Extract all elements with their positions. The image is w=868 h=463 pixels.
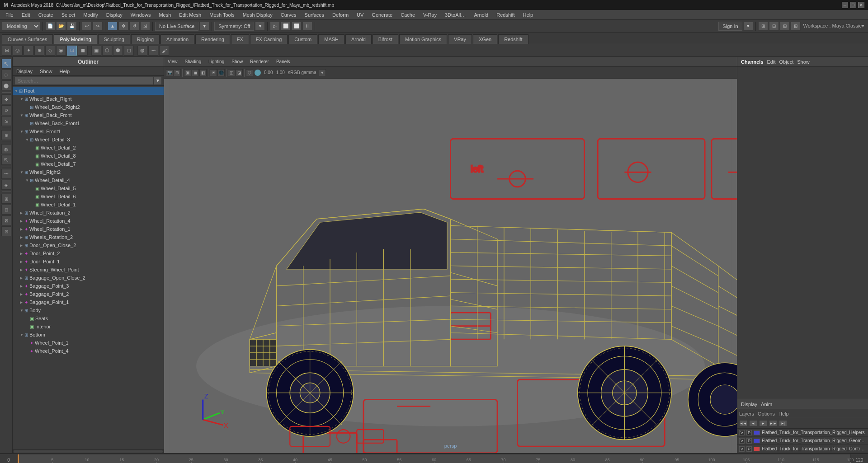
tree-item-wheel-detail-7[interactable]: ▣Wheel_Detail_7 <box>13 160 164 168</box>
tree-item-wheel-rotation-2[interactable]: ▶⊞Wheel_Rotation_2 <box>13 209 164 217</box>
layer-row-geometry[interactable]: V P Flatbed_Truck_for_Transportation_Rig… <box>737 437 868 445</box>
tree-item-wheel-detail-6[interactable]: ▣Wheel_Detail_6 <box>13 192 164 201</box>
search-options-btn[interactable]: ▼ <box>154 77 162 85</box>
menu-3dtoall[interactable]: 3DtoAll… <box>441 11 469 19</box>
menu-display[interactable]: Display <box>103 11 126 19</box>
edge-mode-btn[interactable]: ⬢ <box>113 46 123 56</box>
modeling-dropdown[interactable]: Modeling Rigging Animation Rendering <box>2 22 40 31</box>
vp-grid-btn[interactable]: ⊞ <box>174 69 181 76</box>
object-tab[interactable]: Object <box>779 59 793 65</box>
curve-tool[interactable]: 〜 <box>1 169 11 179</box>
vp-wireframe-btn[interactable]: ▣ <box>184 69 191 76</box>
layer-row-controllers[interactable]: V P Flatbed_Truck_for_Transportation_Rig… <box>737 445 868 453</box>
menu-cache[interactable]: Cache <box>397 11 419 19</box>
tree-item-wheel-front1[interactable]: ▼⊞Wheel_Front1 <box>13 127 164 136</box>
tab-mash[interactable]: MASH <box>318 34 344 44</box>
symmetry-label[interactable]: Symmetry: Off <box>214 22 254 31</box>
menu-surfaces[interactable]: Surfaces <box>301 11 328 19</box>
sculpt-tool[interactable]: ⛏ <box>1 155 11 165</box>
tree-item-baggage-point-3[interactable]: ▶✦Baggage_Point_3 <box>13 282 164 290</box>
workspace-btn3[interactable]: ⊞ <box>780 22 790 31</box>
layer-options-menu[interactable]: Options <box>758 411 775 416</box>
no-live-surface-label[interactable]: No Live Surface <box>155 22 198 31</box>
tab-xgen[interactable]: XGen <box>473 34 497 44</box>
move-tool-left[interactable]: ✥ <box>1 94 11 104</box>
vp-shadow-btn[interactable]: 🌑 <box>217 69 225 76</box>
menu-mesh-display[interactable]: Mesh Display <box>239 11 276 19</box>
tree-item-bottom[interactable]: ▼⊞Bottom <box>13 331 164 339</box>
tree-item-body[interactable]: ▼⊞Body <box>13 306 164 314</box>
menu-redshift[interactable]: Redshift <box>493 11 518 19</box>
layer-v-btn-1[interactable]: V <box>739 430 745 435</box>
layer-ctrl-2[interactable]: ◄ <box>749 420 757 426</box>
wireframe-all-btn[interactable]: ⊡ <box>67 46 77 56</box>
layer-ctrl-5[interactable]: ►| <box>779 420 787 426</box>
pause-btn[interactable]: ⏸ <box>302 22 312 31</box>
vp-color-btn[interactable] <box>255 70 261 76</box>
snap-point-btn[interactable]: ✦ <box>24 46 33 56</box>
make-live-btn[interactable]: ◉ <box>56 46 66 56</box>
tab-rendering[interactable]: Rendering <box>195 34 230 44</box>
shading-btn[interactable]: ◼ <box>78 46 88 56</box>
layers-menu[interactable]: Layers <box>739 411 754 416</box>
menu-generate[interactable]: Generate <box>368 11 396 19</box>
vp-xray-btn[interactable]: ◫ <box>228 69 235 76</box>
vp-lighting-menu[interactable]: Lighting <box>207 58 226 65</box>
symmetry-dropdown[interactable]: ▼ <box>255 22 265 31</box>
maximize-button[interactable]: □ <box>850 2 856 8</box>
tree-item-wheel-point-4[interactable]: ✦Wheel_Point_4 <box>13 347 164 355</box>
outliner-hscrollbar[interactable] <box>13 449 164 453</box>
component-mode-btn[interactable]: ▣ <box>91 46 101 56</box>
menu-mesh-tools[interactable]: Mesh Tools <box>206 11 238 19</box>
menu-arnold[interactable]: Arnold <box>470 11 492 19</box>
vp-renderer-menu[interactable]: Renderer <box>248 58 271 65</box>
show-tab[interactable]: Show <box>797 59 810 65</box>
soft-mod-tool[interactable]: ◍ <box>1 144 11 154</box>
menu-mesh[interactable]: Mesh <box>155 11 175 19</box>
tab-arnold[interactable]: Arnold <box>345 34 372 44</box>
layer-ctrl-1[interactable]: ◄◄ <box>739 420 747 426</box>
anim-tab[interactable]: Anim <box>761 402 772 407</box>
display-mode3[interactable]: ⊠ <box>1 215 11 225</box>
tree-item-door-point-2[interactable]: ▶✦Door_Point_2 <box>13 249 164 257</box>
tree-item-wheel-back-right[interactable]: ▼⊞Wheel_Back_Right <box>13 95 164 103</box>
vp-show-menu[interactable]: Show <box>230 58 245 65</box>
tree-item-baggage-point-2[interactable]: ▶✦Baggage_Point_2 <box>13 290 164 298</box>
menu-file[interactable]: File <box>2 11 17 19</box>
layer-ctrl-3[interactable]: ► <box>759 420 767 426</box>
vp-isolate-btn[interactable]: ⬡ <box>246 69 253 76</box>
menu-create[interactable]: Create <box>35 11 57 19</box>
layer-p-btn-3[interactable]: P <box>746 446 752 452</box>
tab-custom[interactable]: Custom <box>288 34 317 44</box>
layer-v-btn-2[interactable]: V <box>739 438 745 444</box>
tree-item-wheel-detail-8[interactable]: ▣Wheel_Detail_8 <box>13 152 164 160</box>
tree-item-wheel-point-1[interactable]: ✦Wheel_Point_1 <box>13 339 164 347</box>
menu-select[interactable]: Select <box>58 11 79 19</box>
softsel-btn[interactable]: ◍ <box>137 46 147 56</box>
vp-smooth-btn[interactable]: ◼ <box>192 69 199 76</box>
new-scene-btn[interactable]: 📄 <box>45 22 55 31</box>
tree-item-wheel-back-right2[interactable]: ⊞Wheel_Back_Right2 <box>13 103 164 111</box>
vp-backface-btn[interactable]: ◪ <box>236 69 243 76</box>
render3-btn[interactable]: ⬜ <box>292 22 302 31</box>
display-mode1[interactable]: ⊞ <box>1 194 11 204</box>
workspace-btn1[interactable]: ⊞ <box>758 22 768 31</box>
layer-v-btn-3[interactable]: V <box>739 446 745 452</box>
close-button[interactable]: ✕ <box>858 2 864 8</box>
display-tab[interactable]: Display <box>741 402 757 407</box>
menu-help[interactable]: Help <box>519 11 537 19</box>
vp-panels-menu[interactable]: Panels <box>274 58 292 65</box>
outliner-show-menu[interactable]: Show <box>38 68 54 75</box>
layer-row-helpers[interactable]: V P Flatbed_Truck_for_Transportation_Rig… <box>737 429 868 437</box>
snap-tool[interactable]: ⊕ <box>1 130 11 140</box>
menu-curves[interactable]: Curves <box>277 11 300 19</box>
tab-redshift[interactable]: Redshift <box>498 34 528 44</box>
tree-item-wheel-detail-4[interactable]: ▼⊞Wheel_Detail_4 <box>13 176 164 184</box>
menu-modify[interactable]: Modify <box>80 11 101 19</box>
tab-vray[interactable]: VRay <box>448 34 472 44</box>
workspace-btn4[interactable]: ⊞ <box>791 22 801 31</box>
vp-view-menu[interactable]: View <box>166 58 179 65</box>
search-input[interactable] <box>14 77 154 85</box>
vp-shade-btn[interactable]: ◧ <box>199 69 207 76</box>
tree-item-root[interactable]: ▼⊞Root <box>13 87 164 95</box>
